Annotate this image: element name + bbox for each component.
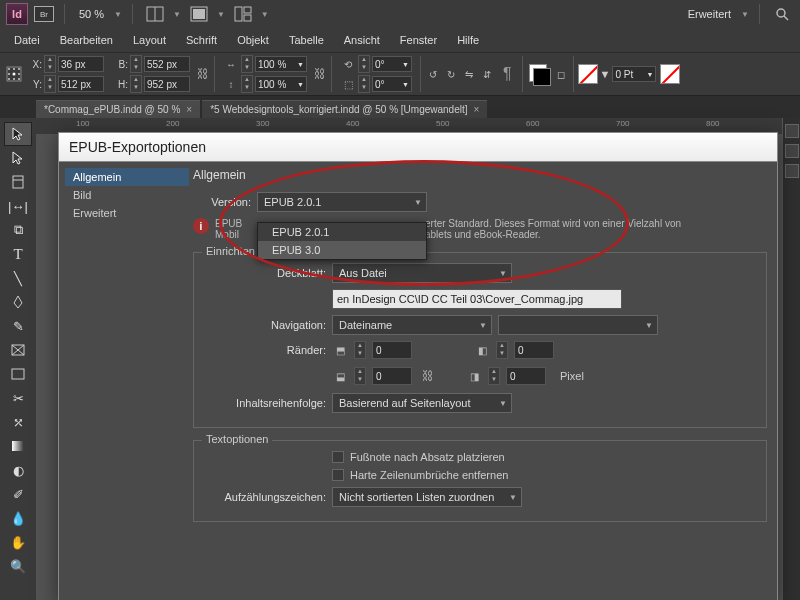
- nav-erweitert[interactable]: Erweitert: [65, 204, 189, 222]
- version-select[interactable]: EPUB 2.0.1▼: [257, 192, 427, 212]
- version-dropdown-list: EPUB 2.0.1 EPUB 3.0: [257, 222, 427, 260]
- menu-hilfe[interactable]: Hilfe: [447, 30, 489, 50]
- nav-allgemein[interactable]: Allgemein: [65, 168, 189, 186]
- rectangle-frame-tool-icon[interactable]: [4, 338, 32, 362]
- svg-point-10: [8, 68, 10, 70]
- hand-tool-icon[interactable]: ✋: [4, 530, 32, 554]
- rectangle-tool-icon[interactable]: [4, 362, 32, 386]
- einrichten-legend: Einrichten: [202, 245, 259, 257]
- reihenfolge-label: Inhaltsreihenfolge:: [202, 397, 326, 409]
- w-stepper[interactable]: ▲▼: [130, 55, 142, 73]
- menu-datei[interactable]: Datei: [4, 30, 50, 50]
- zoom-tool-icon[interactable]: 🔍: [4, 554, 32, 578]
- x-stepper[interactable]: ▲▼: [44, 55, 56, 73]
- document-canvas[interactable]: 100 200 300 400 500 600 700 800 EPUB-Exp…: [36, 118, 782, 600]
- menu-layout[interactable]: Layout: [123, 30, 176, 50]
- reference-point-icon[interactable]: [6, 66, 22, 82]
- apply-target-icon[interactable]: ◻: [553, 66, 569, 82]
- deckblatt-path-input[interactable]: [332, 289, 622, 309]
- umbrueche-checkbox[interactable]: [332, 469, 344, 481]
- selection-tool-icon[interactable]: [4, 122, 32, 146]
- gradient-swatch-icon[interactable]: [4, 434, 32, 458]
- margin-left-input[interactable]: [514, 341, 554, 359]
- document-tab[interactable]: *Commag_ePUB.indd @ 50 %×: [36, 100, 200, 118]
- margin-left-icon: ◧: [474, 342, 490, 358]
- rotation-input[interactable]: 0°▼: [372, 56, 412, 72]
- menu-objekt[interactable]: Objekt: [227, 30, 279, 50]
- pen-tool-icon[interactable]: [4, 290, 32, 314]
- shear-input[interactable]: 0°▼: [372, 76, 412, 92]
- eyedropper-tool-icon[interactable]: 💧: [4, 506, 32, 530]
- deckblatt-label: Deckblatt:: [202, 267, 326, 279]
- version-option[interactable]: EPUB 3.0: [258, 241, 426, 259]
- h-stepper[interactable]: ▲▼: [130, 75, 142, 93]
- collapsed-panel-icon[interactable]: [785, 124, 799, 138]
- bridge-button[interactable]: Br: [34, 6, 54, 22]
- svg-rect-24: [12, 369, 24, 379]
- scale-x-input[interactable]: 100 %▼: [255, 56, 307, 72]
- deckblatt-select[interactable]: Aus Datei▼: [332, 263, 512, 283]
- pencil-tool-icon[interactable]: ✎: [4, 314, 32, 338]
- navigation-select[interactable]: Dateiname▼: [332, 315, 492, 335]
- document-tab-bar: *Commag_ePUB.indd @ 50 %× *5 Webdesignto…: [0, 96, 800, 118]
- no-stroke-icon[interactable]: [660, 64, 680, 84]
- arrange-documents-icon[interactable]: [231, 3, 255, 25]
- rotate-ccw-icon[interactable]: ↺: [425, 66, 441, 82]
- margin-top-input[interactable]: [372, 341, 412, 359]
- aufzaehlung-select[interactable]: Nicht sortierten Listen zuordnen▼: [332, 487, 522, 507]
- menu-ansicht[interactable]: Ansicht: [334, 30, 390, 50]
- document-tab[interactable]: *5 Webdesigntools_korrigiert.indd @ 50 %…: [202, 100, 487, 118]
- dialog-title: EPUB-Exportoptionen: [59, 133, 777, 162]
- epub-export-dialog: EPUB-Exportoptionen Allgemein Bild Erwei…: [58, 132, 778, 600]
- scissors-tool-icon[interactable]: ✂: [4, 386, 32, 410]
- gap-tool-icon[interactable]: |↔|: [4, 194, 32, 218]
- margin-bottom-input[interactable]: [372, 367, 412, 385]
- flip-v-icon[interactable]: ⇵: [479, 66, 495, 82]
- umbrueche-label: Harte Zeilenumbrüche entfernen: [350, 469, 508, 481]
- transform-tool-icon[interactable]: ⤱: [4, 410, 32, 434]
- menu-fenster[interactable]: Fenster: [390, 30, 447, 50]
- zoom-dropdown-icon[interactable]: ▼: [114, 10, 122, 19]
- nav-bild[interactable]: Bild: [65, 186, 189, 204]
- workspace-switcher[interactable]: Erweitert: [684, 6, 735, 22]
- screen-mode-icon[interactable]: [187, 3, 211, 25]
- close-tab-icon[interactable]: ×: [186, 104, 192, 115]
- zoom-level[interactable]: 50 %: [75, 6, 108, 22]
- margin-bottom-icon: ⬓: [332, 368, 348, 384]
- line-tool-icon[interactable]: ╲: [4, 266, 32, 290]
- search-icon[interactable]: [770, 3, 794, 25]
- page-tool-icon[interactable]: [4, 170, 32, 194]
- view-options-icon[interactable]: [143, 3, 167, 25]
- navigation-select-2[interactable]: ▼: [498, 315, 658, 335]
- y-stepper[interactable]: ▲▼: [44, 75, 56, 93]
- reihenfolge-select[interactable]: Basierend auf Seitenlayout▼: [332, 393, 512, 413]
- wh-link-icon[interactable]: ⛓: [196, 63, 210, 85]
- menu-schrift[interactable]: Schrift: [176, 30, 227, 50]
- rotate-cw-icon[interactable]: ↻: [443, 66, 459, 82]
- version-option[interactable]: EPUB 2.0.1: [258, 223, 426, 241]
- shear-icon: ⬚: [340, 76, 356, 92]
- w-input[interactable]: [144, 56, 190, 72]
- note-tool-icon[interactable]: ✐: [4, 482, 32, 506]
- content-collector-icon[interactable]: ⧉: [4, 218, 32, 242]
- fill-stroke-swatch[interactable]: [527, 62, 551, 86]
- flip-h-icon[interactable]: ⇋: [461, 66, 477, 82]
- x-input[interactable]: [58, 56, 104, 72]
- fussnote-checkbox[interactable]: [332, 451, 344, 463]
- h-input[interactable]: [144, 76, 190, 92]
- scale-link-icon[interactable]: ⛓: [313, 63, 327, 85]
- collapsed-panel-icon[interactable]: [785, 144, 799, 158]
- no-fill-icon[interactable]: [578, 64, 598, 84]
- menu-tabelle[interactable]: Tabelle: [279, 30, 334, 50]
- stroke-weight-input[interactable]: 0 Pt▼: [612, 66, 656, 82]
- menu-bearbeiten[interactable]: Bearbeiten: [50, 30, 123, 50]
- y-input[interactable]: [58, 76, 104, 92]
- type-tool-icon[interactable]: T: [4, 242, 32, 266]
- direct-selection-tool-icon[interactable]: [4, 146, 32, 170]
- margin-right-input[interactable]: [506, 367, 546, 385]
- gradient-feather-icon[interactable]: ◐: [4, 458, 32, 482]
- scale-y-input[interactable]: 100 %▼: [255, 76, 307, 92]
- close-tab-icon[interactable]: ×: [474, 104, 480, 115]
- collapsed-panel-icon[interactable]: [785, 164, 799, 178]
- margin-link-icon[interactable]: ⛓: [418, 365, 438, 387]
